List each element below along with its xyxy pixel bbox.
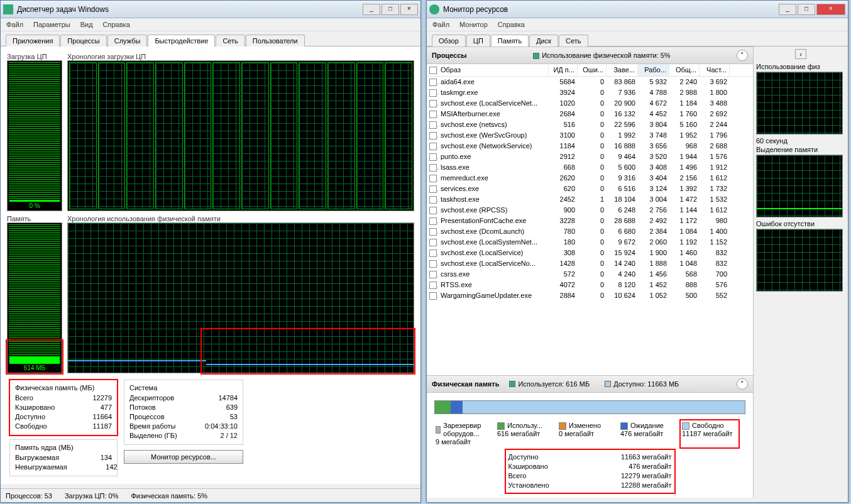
close-button[interactable]: ×	[400, 4, 418, 15]
expand-side-icon[interactable]: ›	[795, 49, 806, 59]
col-pid[interactable]: ИД п...	[549, 64, 578, 76]
table-row[interactable]: aida64.exe5684083 8685 9322 2403 692	[427, 77, 753, 87]
col-errors[interactable]: Оши...	[578, 64, 607, 76]
checkbox[interactable]	[429, 121, 437, 129]
tab-memory[interactable]: Память	[491, 35, 529, 47]
table-row[interactable]: svchost.exe (DcomLaunch)78006 6802 3841 …	[427, 226, 753, 237]
checkbox[interactable]	[429, 175, 437, 182]
table-row[interactable]: svchost.exe (LocalService)308015 9241 90…	[427, 248, 753, 258]
checkbox[interactable]	[429, 100, 437, 107]
table-row[interactable]: svchost.exe (LocalServiceNo...1428014 24…	[427, 258, 753, 269]
table-row[interactable]: services.exe62006 5163 1241 3921 732	[427, 184, 753, 194]
menu-view[interactable]: Вид	[80, 19, 94, 30]
rm-titlebar[interactable]: Монитор ресурсов _ □ ×	[427, 1, 848, 18]
proc-val: 1 944	[669, 151, 700, 162]
info-value: 477	[74, 403, 112, 412]
tab-disk[interactable]: Диск	[529, 35, 558, 47]
proc-val: 2 688	[700, 141, 730, 151]
tab-services[interactable]: Службы	[107, 35, 148, 47]
maximize-button[interactable]: □	[798, 4, 815, 15]
checkbox[interactable]	[429, 185, 437, 193]
table-row[interactable]: taskhost.exe2452118 1043 0041 4721 532	[427, 194, 753, 205]
checkbox[interactable]	[429, 143, 437, 150]
legend-value: 0 мегабайт	[559, 430, 594, 438]
proc-name: MSIAfterburner.exe	[438, 109, 549, 119]
tab-users[interactable]: Пользователи	[246, 35, 305, 47]
collapse-icon[interactable]: ˅	[737, 50, 748, 61]
processes-panel-header[interactable]: Процессы Использование физической памяти…	[427, 47, 753, 64]
col-image[interactable]: Образ	[438, 64, 549, 76]
checkbox[interactable]	[429, 282, 437, 289]
menu-options[interactable]: Параметры	[33, 19, 71, 30]
maximize-button[interactable]: □	[382, 4, 399, 15]
close-button[interactable]: ×	[816, 4, 845, 15]
col-private[interactable]: Част...	[700, 64, 730, 76]
minimize-button[interactable]: _	[779, 4, 796, 15]
resource-monitor-button[interactable]: Монитор ресурсов...	[124, 450, 243, 464]
menu-help[interactable]: Справка	[102, 19, 131, 30]
checkbox[interactable]	[429, 271, 437, 278]
table-row[interactable]: svchost.exe (NetworkService)1184016 8883…	[427, 141, 753, 151]
checkbox[interactable]	[429, 239, 437, 246]
proc-val: 0	[578, 98, 607, 109]
menu-file[interactable]: Файл	[432, 19, 450, 30]
tab-applications[interactable]: Приложения	[6, 35, 60, 47]
checkbox[interactable]	[429, 89, 437, 97]
checkbox[interactable]	[429, 111, 437, 118]
table-row[interactable]: WargamingGameUpdater.exe2884010 6241 052…	[427, 290, 753, 301]
checkbox[interactable]	[429, 217, 437, 225]
checkbox[interactable]	[429, 132, 437, 140]
phys-mem-panel-header[interactable]: Физическая память Используется: 616 МБ Д…	[427, 375, 753, 393]
proc-pid: 3100	[549, 130, 578, 141]
col-shared[interactable]: Общ...	[669, 64, 700, 76]
cpu-pct-value: 0 %	[8, 202, 62, 209]
tab-performance[interactable]: Быстродействие	[148, 35, 215, 47]
tm-titlebar[interactable]: Диспетчер задач Windows _ □ ×	[1, 1, 420, 18]
table-row[interactable]: svchost.exe (netsvcs)516022 5963 8045 16…	[427, 119, 753, 130]
menu-file[interactable]: Файл	[6, 19, 24, 30]
checkbox[interactable]	[429, 260, 437, 268]
checkbox[interactable]	[429, 207, 437, 214]
menu-help[interactable]: Справка	[497, 19, 525, 30]
table-row[interactable]: memreduct.exe262009 3163 4042 1561 612	[427, 173, 753, 184]
table-row[interactable]: punto.exe291209 4643 5201 9441 576	[427, 151, 753, 162]
minimize-button[interactable]: _	[363, 4, 380, 15]
table-row[interactable]: MSIAfterburner.exe2684016 1324 4521 7602…	[427, 109, 753, 119]
table-row[interactable]: taskmgr.exe392407 9364 7882 9881 800	[427, 87, 753, 98]
tab-network[interactable]: Сеть	[216, 35, 244, 47]
checkbox[interactable]	[429, 228, 437, 236]
table-row[interactable]: svchost.exe (RPCSS)90006 2482 7561 1441 …	[427, 205, 753, 216]
table-row[interactable]: svchost.exe (LocalSystemNet...18009 6722…	[427, 237, 753, 248]
table-row[interactable]: lsass.exe66805 6003 4081 4961 912	[427, 162, 753, 173]
proc-pid: 668	[549, 162, 578, 173]
checkbox[interactable]	[429, 79, 437, 86]
checkbox[interactable]	[429, 292, 437, 300]
table-row[interactable]: PresentationFontCache.exe3228028 6882 49…	[427, 216, 753, 226]
checkbox[interactable]	[429, 196, 437, 204]
tm-title: Диспетчер задач Windows	[17, 5, 363, 14]
proc-val: 1 992	[607, 130, 638, 141]
tab-processes[interactable]: Процессы	[60, 35, 106, 47]
proc-pid: 516	[549, 119, 578, 130]
info-row: Процессов53	[129, 412, 238, 422]
table-row[interactable]: csrss.exe57204 2401 456568700	[427, 269, 753, 280]
proc-val: 3 404	[638, 173, 669, 184]
col-working[interactable]: Рабо...	[638, 64, 669, 76]
menu-monitor[interactable]: Монитор	[459, 19, 488, 30]
proc-val: 1 452	[638, 280, 669, 290]
checkbox[interactable]	[429, 153, 437, 161]
proc-name: RTSS.exe	[438, 280, 549, 290]
checkbox[interactable]	[429, 67, 437, 74]
collapse-icon[interactable]: ˄	[737, 378, 748, 390]
table-row[interactable]: svchost.exe (LocalServiceNet...1020020 9…	[427, 98, 753, 109]
tab-overview[interactable]: Обзор	[432, 35, 466, 47]
tab-network[interactable]: Сеть	[559, 35, 588, 47]
checkbox[interactable]	[429, 249, 437, 257]
proc-val: 0	[578, 173, 607, 184]
tab-cpu[interactable]: ЦП	[466, 35, 490, 47]
table-row[interactable]: svchost.exe (WerSvcGroup)310001 9923 748…	[427, 130, 753, 141]
info-value: 12288 мегабайт	[621, 481, 672, 490]
col-commit[interactable]: Заве...	[607, 64, 638, 76]
table-row[interactable]: RTSS.exe407208 1201 452888576	[427, 280, 753, 290]
checkbox[interactable]	[429, 164, 437, 172]
